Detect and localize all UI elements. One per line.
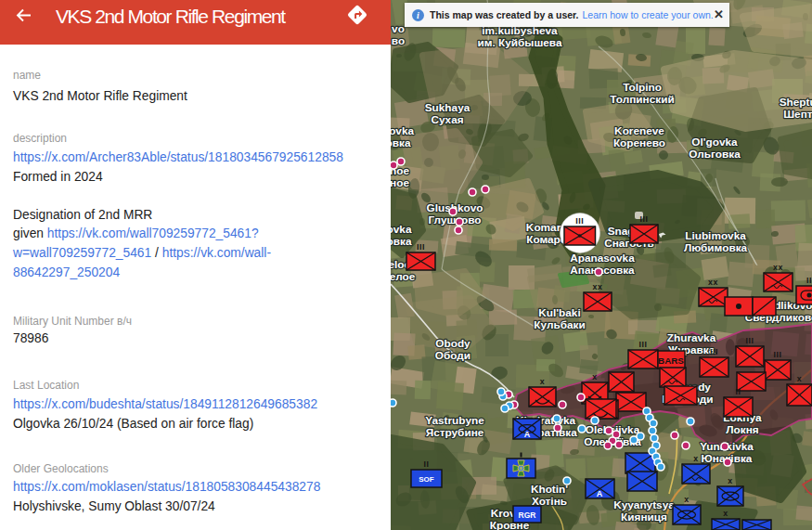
svg-text:RGR: RGR	[519, 511, 536, 520]
svg-text:III: III	[746, 336, 754, 345]
svg-text:xx: xx	[593, 282, 603, 291]
svg-text:овка: овка	[391, 136, 411, 149]
svg-text:Кияниця: Кияниця	[621, 511, 667, 524]
svg-text:Ольговка: Ольговка	[689, 148, 741, 161]
svg-text:Апанасовка: Апанасовка	[570, 264, 635, 277]
svg-text:III: III	[417, 242, 425, 252]
svg-text:x: x	[540, 377, 545, 386]
svg-text:им. Куйбышева: им. Куйбышева	[478, 36, 562, 49]
svg-text:еселое: еселое	[391, 270, 416, 283]
svg-text:xx: xx	[708, 278, 718, 287]
svg-text:BARS: BARS	[658, 355, 684, 366]
svg-text:x: x	[797, 374, 802, 383]
svg-text:III: III	[640, 214, 649, 224]
svg-text:II: II	[806, 276, 812, 285]
svg-text:Шептуховка: Шептуховка	[783, 108, 812, 121]
svg-text:x: x	[592, 372, 597, 381]
svg-text:Локня: Локня	[726, 423, 759, 436]
svg-text:во: во	[392, 34, 405, 47]
svg-text:Толпинский: Толпинский	[610, 93, 674, 106]
svg-text:овка: овка	[391, 235, 412, 248]
svg-text:xx: xx	[773, 263, 783, 272]
svg-text:III: III	[710, 347, 718, 356]
svg-text:III: III	[639, 340, 648, 349]
svg-text:A: A	[597, 489, 603, 498]
svg-text:нное: нное	[391, 176, 409, 189]
svg-text:x: x	[723, 509, 728, 518]
svg-text:SOF: SOF	[419, 475, 434, 484]
svg-text:III: III	[575, 216, 584, 226]
svg-text:x: x	[693, 454, 698, 463]
svg-text:Ободи: Ободи	[435, 349, 470, 362]
svg-text:III: III	[774, 350, 782, 359]
svg-text:II: II	[736, 387, 741, 396]
svg-text:Любимовка: Любимовка	[684, 241, 748, 254]
svg-text:II: II	[424, 459, 430, 469]
svg-text:Сухая: Сухая	[431, 113, 463, 126]
svg-text:Яструбине: Яструбине	[426, 426, 484, 439]
svg-text:x: x	[684, 495, 689, 504]
svg-text:Коренево: Коренево	[613, 136, 665, 149]
svg-text:A: A	[524, 430, 531, 439]
svg-text:x: x	[728, 476, 732, 485]
svg-text:Кульбаки: Кульбаки	[534, 318, 585, 331]
